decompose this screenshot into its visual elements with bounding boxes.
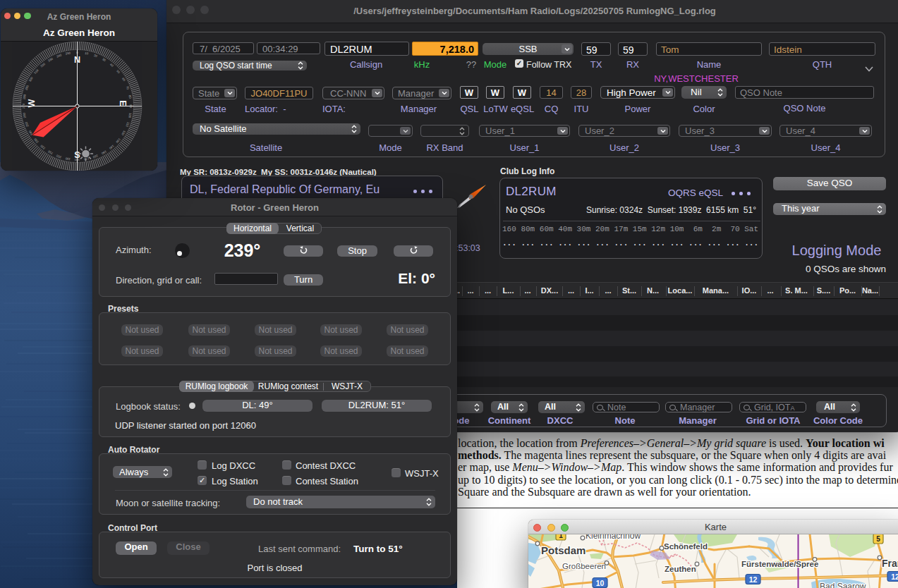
svg-text:Zeuthen: Zeuthen: [665, 565, 696, 573]
svg-text:W: W: [27, 99, 37, 107]
svg-text:1: 1: [559, 534, 563, 539]
svg-text:190: 190: [65, 157, 71, 161]
svg-text:12: 12: [891, 572, 898, 581]
svg-text:Fran: Fran: [882, 558, 898, 569]
svg-text:110: 110: [125, 121, 130, 128]
svg-text:Bad Saarow: Bad Saarow: [820, 582, 866, 588]
svg-text:Schönefeld: Schönefeld: [664, 542, 708, 551]
svg-text:12: 12: [749, 575, 758, 584]
svg-text:10: 10: [85, 51, 89, 56]
svg-text:140: 140: [109, 145, 115, 151]
svg-text:E: E: [118, 100, 128, 106]
svg-text:100: 100: [128, 113, 132, 119]
svg-text:170: 170: [83, 157, 90, 161]
svg-text:220: 220: [40, 144, 46, 150]
svg-text:280: 280: [23, 94, 27, 100]
svg-text:160: 160: [92, 154, 99, 159]
svg-text:10: 10: [596, 579, 605, 587]
svg-text:Kleinmachnow: Kleinmachnow: [585, 534, 641, 541]
svg-text:20: 20: [93, 54, 98, 59]
svg-text:340: 340: [56, 53, 62, 58]
svg-text:5: 5: [876, 535, 880, 543]
svg-text:Großbeeren: Großbeeren: [562, 562, 606, 570]
svg-text:30: 30: [102, 57, 107, 62]
svg-text:230: 230: [33, 137, 40, 144]
svg-text:130: 130: [115, 137, 121, 144]
svg-text:200: 200: [56, 154, 62, 159]
svg-text:80: 80: [128, 95, 133, 99]
svg-text:50: 50: [116, 69, 121, 74]
svg-text:260: 260: [22, 112, 26, 118]
svg-text:310: 310: [33, 68, 40, 75]
svg-text:70: 70: [126, 85, 131, 90]
svg-text:40: 40: [109, 63, 114, 68]
svg-text:S: S: [74, 150, 80, 160]
svg-text:N: N: [74, 55, 80, 65]
svg-text:250: 250: [24, 121, 29, 128]
svg-text:60: 60: [121, 77, 126, 82]
svg-text:Fürstenwalde/Spree: Fürstenwalde/Spree: [741, 560, 818, 568]
svg-text:320: 320: [40, 62, 46, 68]
svg-text:350: 350: [65, 51, 71, 55]
svg-text:290: 290: [25, 85, 30, 91]
svg-text:Potsdam: Potsdam: [541, 544, 585, 556]
